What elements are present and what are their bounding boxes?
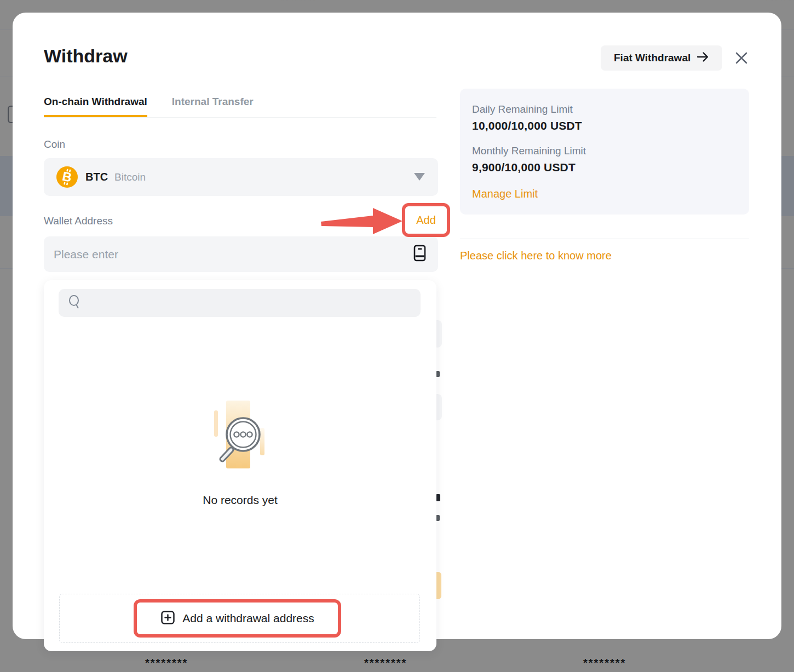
masked-value: ******** [583,657,626,669]
add-address-link[interactable]: Add [416,214,436,227]
coin-symbol: BTC [85,171,108,183]
daily-limit-label: Daily Remaining Limit [472,103,737,115]
plus-square-icon [160,610,175,627]
limits-panel: Daily Remaining Limit 10,000/10,000 USDT… [460,89,749,215]
coin-name: Bitcoin [114,171,146,183]
wallet-address-label: Wallet Address [44,215,113,227]
search-icon [67,294,82,311]
background-text-fragment [436,494,440,501]
fiat-withdrawal-label: Fiat Withdrawal [614,52,691,64]
background-text-fragment [436,371,440,377]
daily-limit-value: 10,000/10,000 USDT [472,119,737,132]
empty-state-illustration [209,395,271,474]
coin-label: Coin [44,138,65,150]
monthly-limit-label: Monthly Remaining Limit [472,145,737,157]
btc-coin-icon: B [56,166,78,188]
tab-on-chain-withdrawal[interactable]: On-chain Withdrawal [44,96,147,117]
tab-internal-transfer[interactable]: Internal Transfer [172,96,254,117]
masked-value: ******** [145,657,188,669]
address-book-icon[interactable] [413,245,426,264]
monthly-limit-value: 9,900/10,000 USDT [472,161,737,174]
address-search-field [59,289,421,317]
withdraw-tabs: On-chain Withdrawal Internal Transfer [44,96,436,118]
chevron-down-icon [414,173,425,181]
annotation-highlight-add: Add [402,203,450,237]
annotation-highlight-add-address: Add a withdrawal address [134,599,341,638]
masked-value: ******** [766,0,794,5]
close-icon[interactable] [734,51,749,65]
masked-value: ******** [364,657,407,669]
know-more-link[interactable]: Please click here to know more [460,250,612,262]
background-input-edge [8,106,13,123]
masked-value: ******** [281,0,317,5]
empty-state-text: No records yet [44,494,436,507]
address-dropdown: No records yet Add a withdrawal address [44,280,436,651]
manage-limit-link[interactable]: Manage Limit [472,188,538,200]
coin-select[interactable]: B BTC Bitcoin [44,158,438,196]
withdraw-modal: Withdraw Fiat Withdrawal On-chain Withdr… [13,13,781,639]
fiat-withdrawal-button[interactable]: Fiat Withdrawal [601,45,722,71]
arrow-right-icon [696,50,709,66]
tabs-divider [44,117,436,118]
address-search-input[interactable] [82,289,421,317]
page-title: Withdraw [44,45,128,67]
background-text-fragment [436,515,440,521]
annotation-arrow-icon [321,207,404,243]
add-withdrawal-address-button[interactable]: Add a withdrawal address [182,612,314,625]
right-panel-divider [460,239,749,239]
